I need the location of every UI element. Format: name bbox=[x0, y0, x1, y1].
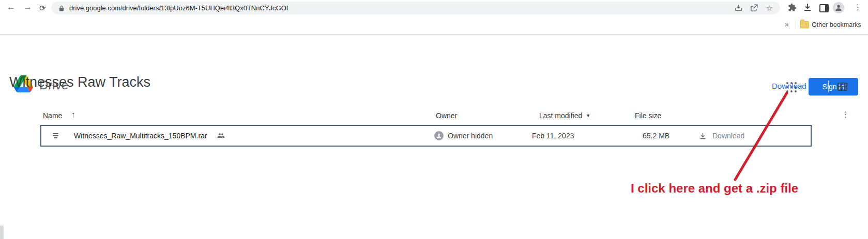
owner-avatar-icon bbox=[434, 131, 444, 140]
row-download-label: Download bbox=[712, 132, 744, 140]
toolbar-divider bbox=[828, 81, 829, 92]
table-header-divider bbox=[40, 124, 812, 124]
back-icon[interactable]: ← bbox=[7, 1, 16, 13]
page-title: Witnesses Raw Tracks bbox=[9, 74, 150, 90]
url-text: drive.google.com/drive/folders/13IpUoz6M… bbox=[69, 2, 288, 14]
column-header-owner[interactable]: Owner bbox=[436, 111, 457, 120]
sort-ascending-icon: ↑ bbox=[71, 110, 75, 119]
shared-people-icon bbox=[217, 132, 225, 140]
lock-icon[interactable] bbox=[58, 5, 65, 14]
share-icon[interactable] bbox=[750, 4, 758, 14]
forward-icon[interactable]: → bbox=[23, 1, 32, 13]
file-name: Witnesses_Raw_Multitracks_150BPM.rar bbox=[74, 132, 207, 140]
dropdown-caret-icon: ▼ bbox=[586, 113, 590, 118]
folder-icon[interactable] bbox=[800, 21, 809, 28]
column-header-name[interactable]: Name bbox=[43, 111, 62, 120]
bookmarks-overflow-icon[interactable]: » bbox=[785, 20, 789, 28]
grid-view-icon[interactable] bbox=[837, 82, 848, 93]
bookmark-star-icon[interactable]: ☆ bbox=[766, 3, 773, 13]
bookmarks-divider bbox=[796, 20, 796, 29]
owner-cell: Owner hidden bbox=[448, 132, 493, 140]
table-options-kebab-icon[interactable]: ⋮ bbox=[842, 110, 849, 119]
file-row[interactable]: Witnesses_Raw_Multitracks_150BPM.rar Own… bbox=[40, 125, 812, 147]
reload-icon[interactable]: ⟳ bbox=[39, 2, 46, 14]
column-header-last-modified[interactable]: Last modified▼ bbox=[539, 111, 590, 120]
last-modified-cell: Feb 11, 2023 bbox=[532, 132, 574, 140]
column-header-file-size[interactable]: File size bbox=[635, 111, 661, 120]
install-app-icon[interactable] bbox=[734, 4, 743, 14]
side-panel-icon[interactable] bbox=[819, 4, 829, 12]
last-modified-label: Last modified bbox=[539, 111, 582, 120]
bookmarks-bar: » Other bookmarks bbox=[0, 15, 868, 35]
other-bookmarks-label[interactable]: Other bookmarks bbox=[812, 20, 861, 29]
download-all-link[interactable]: Download all bbox=[772, 82, 816, 90]
annotation-text: I click here and get a .zip file bbox=[631, 181, 798, 196]
profile-avatar[interactable] bbox=[833, 2, 844, 13]
drive-header: Drive Sign in bbox=[0, 35, 868, 67]
screenshot-artifact bbox=[0, 226, 4, 239]
google-drive-shared-folder-page: ← → ⟳ drive.google.com/drive/folders/13I… bbox=[0, 0, 868, 239]
extensions-puzzle-icon[interactable] bbox=[788, 3, 797, 14]
row-download-button[interactable]: Download bbox=[699, 132, 744, 140]
file-size-cell: 65.2 MB bbox=[643, 132, 669, 140]
archive-file-icon bbox=[53, 133, 58, 138]
downloads-icon[interactable] bbox=[803, 3, 812, 14]
address-bar[interactable]: drive.google.com/drive/folders/13IpUoz6M… bbox=[51, 2, 780, 14]
browser-toolbar: ← → ⟳ drive.google.com/drive/folders/13I… bbox=[0, 0, 868, 15]
browser-menu-kebab-icon[interactable]: ⋮ bbox=[854, 3, 862, 12]
download-arrow-icon bbox=[699, 132, 707, 140]
